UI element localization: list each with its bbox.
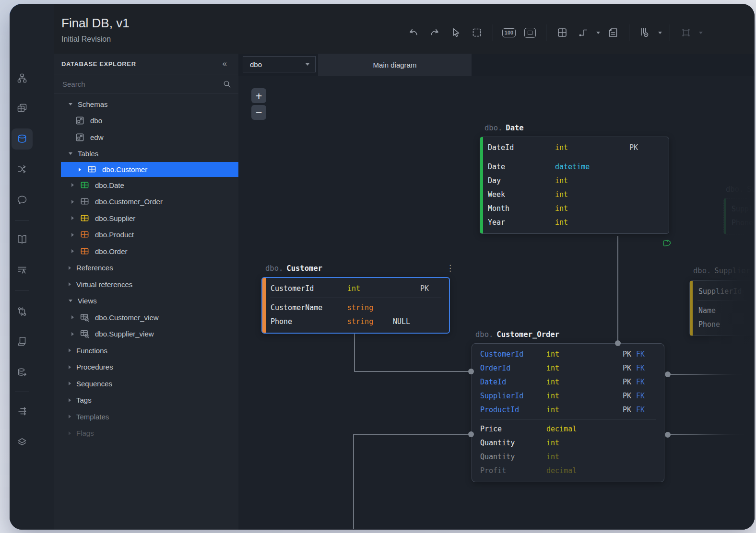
nav-layers[interactable] bbox=[10, 431, 44, 452]
tree-group-views[interactable]: Views bbox=[54, 293, 238, 310]
display-options-caret[interactable] bbox=[658, 32, 662, 34]
schema-selector[interactable]: dbo bbox=[243, 56, 316, 72]
tree-group-tables[interactable]: Tables bbox=[54, 146, 238, 162]
column-row[interactable]: PhonestringNULL bbox=[262, 314, 449, 328]
tree-group-schemas[interactable]: Schemas bbox=[54, 96, 238, 113]
column-row[interactable]: Datedatetime bbox=[480, 160, 669, 174]
tree-group-templates[interactable]: Templates bbox=[54, 408, 238, 425]
caret-right-icon bbox=[79, 168, 81, 172]
revision-subtitle[interactable]: Initial Revision bbox=[61, 35, 111, 44]
connector-dropdown-caret[interactable] bbox=[596, 32, 600, 34]
diagram-toolbar: 100 bbox=[405, 22, 703, 43]
undo-button[interactable] bbox=[405, 24, 422, 41]
column-row[interactable]: SupplierIdintPKFK bbox=[472, 389, 664, 403]
nav-documentation[interactable] bbox=[10, 229, 44, 250]
pointer-tool-button[interactable] bbox=[448, 24, 464, 41]
add-relationship-button[interactable] bbox=[575, 24, 591, 41]
toolbar-separator bbox=[546, 24, 546, 41]
tree-table-dbo-order[interactable]: dbo.Order bbox=[54, 243, 238, 260]
tree-group-tags[interactable]: Tags bbox=[54, 392, 238, 409]
column-row[interactable]: Monthint bbox=[480, 201, 669, 215]
relationship-line-bottom[interactable] bbox=[353, 434, 471, 435]
relationship-line-customer-customer-order[interactable] bbox=[354, 371, 471, 372]
tree-schema-dbo[interactable]: dbo bbox=[54, 113, 238, 129]
column-row[interactable]: Profitdecimal bbox=[472, 463, 664, 477]
relationship-line-customer-customer-order[interactable] bbox=[354, 333, 355, 371]
nav-comments[interactable] bbox=[10, 189, 44, 210]
nav-virtual-relations[interactable] bbox=[10, 159, 44, 180]
tree-view-dbo-customer-view[interactable]: dbo.Customer_view bbox=[54, 309, 238, 326]
tree-label: dbo.Order bbox=[95, 247, 128, 255]
marquee-select-button[interactable] bbox=[469, 24, 485, 41]
redo-button[interactable] bbox=[426, 24, 443, 41]
tree-table-dbo-customer-order[interactable]: dbo.Customer_Order bbox=[54, 194, 238, 210]
column-row[interactable]: Quantityint bbox=[472, 436, 664, 450]
database-explorer-panel: DATABASE EXPLORER « Schemas dbo edw Tabl… bbox=[54, 54, 239, 530]
caret-right-icon bbox=[71, 200, 74, 204]
tab-main-diagram[interactable]: Main diagram bbox=[318, 54, 472, 76]
collapse-panel-icon[interactable]: « bbox=[223, 59, 227, 69]
project-title[interactable]: Final DB, v1 bbox=[61, 16, 130, 31]
search-input[interactable] bbox=[61, 80, 222, 89]
forward-arrows-icon bbox=[16, 406, 28, 417]
nav-database-explorer[interactable] bbox=[12, 128, 33, 150]
column-row[interactable]: CustomerNamestring bbox=[262, 301, 449, 314]
tree-group-functions[interactable]: Functions bbox=[54, 342, 238, 359]
column-row[interactable]: Dayint bbox=[480, 174, 669, 187]
relationship-line-date-customer-order[interactable] bbox=[617, 236, 618, 343]
column-row[interactable]: OrderIdintPKFK bbox=[472, 361, 664, 375]
zoom-in-button[interactable]: + bbox=[251, 88, 266, 103]
table-title-customer-order[interactable]: dbo. Customer_Order bbox=[475, 330, 559, 339]
caret-right-icon bbox=[69, 431, 71, 435]
tree-table-dbo-date[interactable]: dbo.Date bbox=[54, 177, 238, 194]
column-row[interactable]: Yearint bbox=[480, 215, 669, 229]
column-row[interactable]: Weekint bbox=[480, 187, 669, 201]
explorer-title: DATABASE EXPLORER bbox=[61, 60, 136, 68]
add-table-button[interactable] bbox=[554, 24, 570, 41]
tree-group-virtual-references[interactable]: Virtual references bbox=[54, 276, 238, 293]
kebab-menu-icon[interactable]: ⋮ bbox=[446, 263, 454, 273]
column-row[interactable]: DateIdintPK bbox=[480, 140, 669, 154]
table-title-customer[interactable]: dbo. Customer bbox=[265, 264, 322, 273]
diagram-table-customer-order[interactable]: CustomerIdintPKFK OrderIdintPKFK DateIdi… bbox=[472, 343, 664, 482]
selection-frame-icon bbox=[680, 27, 692, 38]
table-name: Date bbox=[506, 124, 523, 132]
column-row[interactable]: Pricedecimal bbox=[472, 422, 664, 436]
column-row[interactable]: ProductIdintPKFK bbox=[472, 403, 664, 417]
tree-view-dbo-supplier-view[interactable]: dbo.Supplier_view bbox=[54, 326, 238, 343]
column-row[interactable]: CustomerIdintPKFK bbox=[472, 347, 664, 361]
display-options-button[interactable] bbox=[637, 24, 653, 41]
nav-forward-engineer[interactable] bbox=[10, 362, 44, 383]
tree-group-sequences[interactable]: Sequences bbox=[54, 375, 238, 392]
tree-schema-edw[interactable]: edw bbox=[54, 129, 238, 146]
column-row[interactable]: Quantityint bbox=[472, 450, 664, 463]
tree-table-dbo-supplier[interactable]: dbo.Supplier bbox=[54, 210, 238, 227]
relationship-line-bottom[interactable] bbox=[353, 434, 354, 529]
add-note-button[interactable] bbox=[605, 24, 621, 41]
tree-label: dbo.Supplier bbox=[95, 214, 135, 222]
zoom-level-button[interactable]: 100 bbox=[501, 24, 517, 41]
tree-group-procedures[interactable]: Procedures bbox=[54, 359, 238, 376]
table-menu-customer[interactable]: ⋮ bbox=[442, 263, 454, 273]
caret-right-icon bbox=[71, 216, 74, 220]
frame-dropdown-caret bbox=[699, 32, 703, 34]
tag-icon[interactable] bbox=[661, 238, 672, 250]
nav-flags-pages[interactable] bbox=[10, 331, 44, 352]
table-title-date[interactable]: dbo. Date bbox=[484, 124, 524, 132]
column-row[interactable]: CustomerIdintPK bbox=[262, 281, 449, 295]
tree-table-dbo-product[interactable]: dbo.Product bbox=[54, 227, 238, 243]
tree-group-references[interactable]: References bbox=[54, 260, 238, 277]
nav-naming-conventions[interactable] bbox=[10, 259, 44, 280]
nav-subject-areas[interactable] bbox=[10, 98, 44, 119]
tree-table-dbo-customer[interactable]: dbo.Customer bbox=[61, 162, 238, 177]
diagram-table-customer[interactable]: CustomerIdintPK CustomerNamestring Phone… bbox=[261, 277, 450, 334]
nav-compare-revisions[interactable] bbox=[10, 301, 44, 322]
fit-to-screen-button[interactable] bbox=[522, 24, 538, 41]
zoom-out-button[interactable]: − bbox=[251, 105, 266, 120]
tree-group-flags[interactable]: Flags bbox=[54, 425, 238, 442]
nav-diagrams[interactable] bbox=[10, 68, 44, 89]
nav-deploy[interactable] bbox=[10, 401, 44, 422]
column-row[interactable]: DateIdintPKFK bbox=[472, 375, 664, 389]
diagram-table-date[interactable]: DateIdintPK Datedatetime Dayint Weekint … bbox=[480, 137, 669, 234]
tree-label: dbo.Customer bbox=[102, 165, 147, 174]
